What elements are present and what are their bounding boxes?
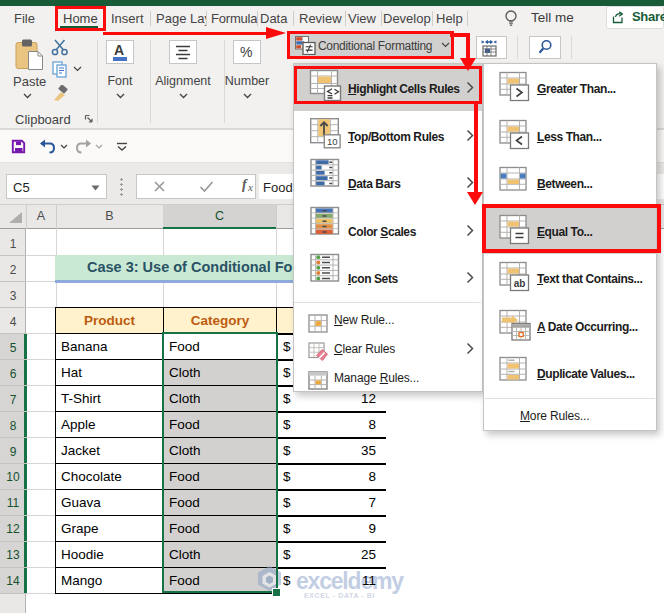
svg-text:exceldemy: exceldemy xyxy=(296,568,404,594)
svg-text:ab: ab xyxy=(514,278,526,289)
svg-text:10: 10 xyxy=(327,136,338,147)
